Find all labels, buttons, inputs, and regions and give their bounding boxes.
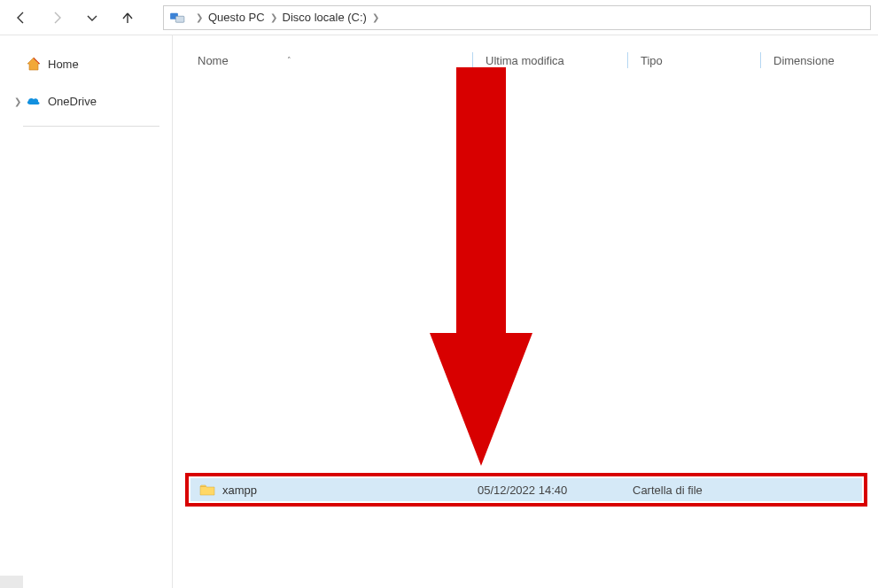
sidebar-item-home[interactable]: ❯ Home xyxy=(11,51,172,76)
pc-icon xyxy=(169,12,185,24)
column-header-size[interactable]: Dimensione xyxy=(760,52,866,68)
column-header-type[interactable]: Tipo xyxy=(627,52,760,68)
column-label: Tipo xyxy=(641,54,663,67)
onedrive-icon xyxy=(25,92,43,110)
sort-ascending-icon: ˄ xyxy=(287,56,291,65)
folder-icon xyxy=(199,484,215,496)
column-header-name[interactable]: Nome ˄ xyxy=(198,54,472,67)
column-header-modified[interactable]: Ultima modifica xyxy=(472,52,627,68)
arrow-annotation xyxy=(430,67,532,466)
column-separator xyxy=(760,52,761,68)
column-label: Dimensione xyxy=(773,54,835,67)
file-name: xampp xyxy=(222,484,478,497)
sidebar: ❯ Home ❯ OneDrive xyxy=(0,35,173,588)
forward-button[interactable] xyxy=(43,4,71,32)
chevron-right-icon: ❯ xyxy=(196,12,203,22)
highlighted-row-frame: xampp 05/12/2022 14:40 Cartella di file xyxy=(185,473,867,507)
file-modified: 05/12/2022 14:40 xyxy=(478,484,633,497)
sidebar-item-label: Home xyxy=(48,58,79,71)
expand-caret-icon[interactable]: ❯ xyxy=(11,97,25,106)
breadcrumb-item-drive[interactable]: Disco locale (C:) xyxy=(283,11,367,24)
home-icon xyxy=(25,55,43,73)
file-type: Cartella di file xyxy=(633,484,765,497)
column-separator xyxy=(627,52,628,68)
content-area: Nome ˄ Ultima modifica Tipo Dimensione xyxy=(173,35,878,588)
column-label: Nome xyxy=(198,54,229,67)
svg-rect-1 xyxy=(175,16,184,22)
file-row-xampp[interactable]: xampp 05/12/2022 14:40 Cartella di file xyxy=(190,478,862,501)
chevron-right-icon: ❯ xyxy=(372,12,379,22)
sidebar-divider xyxy=(23,126,159,127)
recent-dropdown[interactable] xyxy=(78,4,106,32)
breadcrumb[interactable]: ❯ Questo PC ❯ Disco locale (C:) ❯ xyxy=(163,5,871,30)
sidebar-item-onedrive[interactable]: ❯ OneDrive xyxy=(11,89,172,113)
up-button[interactable] xyxy=(113,4,142,32)
sidebar-item-label: OneDrive xyxy=(48,95,97,108)
breadcrumb-item-pc[interactable]: Questo PC xyxy=(208,11,265,24)
column-label: Ultima modifica xyxy=(486,54,564,67)
back-button[interactable] xyxy=(7,4,35,32)
nav-buttons xyxy=(7,4,156,32)
column-separator xyxy=(472,52,473,68)
toolbar: ❯ Questo PC ❯ Disco locale (C:) ❯ xyxy=(0,0,878,35)
scrollbar-stub[interactable] xyxy=(0,576,23,588)
main-area: ❯ Home ❯ OneDrive Nome ˄ Ultima modifica xyxy=(0,35,878,588)
column-headers: Nome ˄ Ultima modifica Tipo Dimensione xyxy=(173,46,878,74)
chevron-right-icon: ❯ xyxy=(270,12,277,22)
